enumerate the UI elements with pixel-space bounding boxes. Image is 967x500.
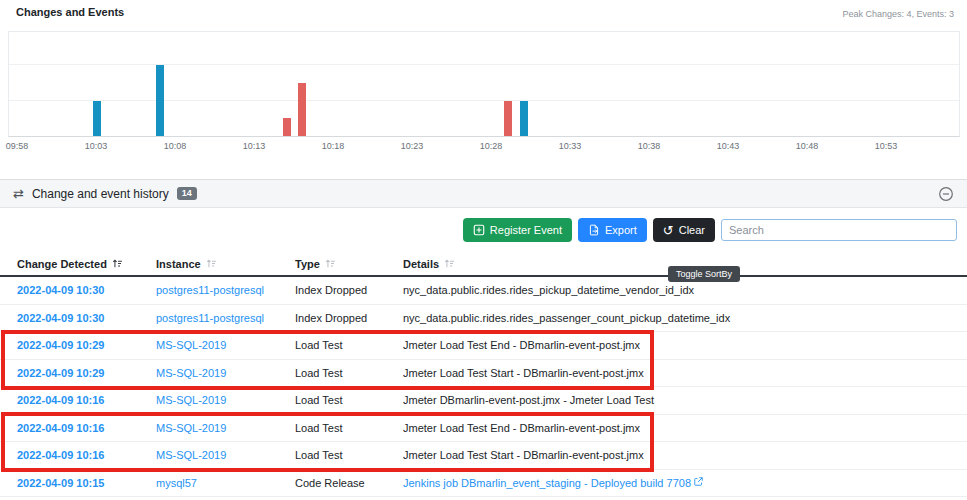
change-detected-link[interactable]: 2022-04-09 10:16: [17, 394, 156, 406]
plus-square-icon: [473, 224, 485, 236]
sort-icon: [325, 258, 336, 269]
export-label: Export: [605, 224, 637, 236]
export-button[interactable]: Export: [578, 218, 647, 242]
column-header-label: Type: [295, 258, 320, 270]
history-table-header: Change DetectedInstanceTypeDetails: [0, 252, 967, 277]
column-header-label: Instance: [156, 258, 201, 270]
type-cell: Load Test: [295, 449, 403, 461]
sort-icon: [112, 258, 123, 269]
x-axis-tick-label: 10:13: [243, 141, 266, 151]
details-cell: nyc_data.public.rides.rides_passenger_co…: [403, 312, 967, 324]
x-axis-tick-label: 10:43: [717, 141, 740, 151]
chart-title: Changes and Events: [16, 6, 124, 18]
chart-bar-changes[interactable]: [156, 65, 164, 136]
section-title: Change and event history: [32, 187, 169, 201]
x-axis-tick-label: 10:03: [85, 141, 108, 151]
instance-link[interactable]: MS-SQL-2019: [156, 394, 295, 406]
change-detected-link[interactable]: 2022-04-09 10:16: [17, 449, 156, 461]
chart-gridline: [9, 100, 959, 101]
minus-circle-icon: [938, 186, 954, 202]
table-row: 2022-04-09 10:29MS-SQL-2019Load TestJmet…: [0, 360, 967, 388]
table-row: 2022-04-09 10:16MS-SQL-2019Load TestJmet…: [0, 442, 967, 470]
table-row: 2022-04-09 10:30postgres11-postgresqlInd…: [0, 277, 967, 305]
details-cell: Jmeter Load Test End - DBmarlin-event-po…: [403, 339, 967, 351]
sort-icon: [444, 258, 455, 269]
register-event-label: Register Event: [490, 224, 562, 236]
clear-button[interactable]: ↺ Clear: [653, 218, 715, 242]
history-count-badge: 14: [177, 187, 197, 200]
details-cell: Jmeter Load Test End - DBmarlin-event-po…: [403, 422, 967, 434]
chart-bar-changes[interactable]: [520, 101, 528, 136]
instance-link[interactable]: MS-SQL-2019: [156, 449, 295, 461]
x-axis-tick-label: 10:18: [322, 141, 345, 151]
column-header-change-detected[interactable]: Change Detected: [17, 258, 156, 270]
type-cell: Load Test: [295, 339, 403, 351]
column-header-label: Change Detected: [17, 258, 107, 270]
export-file-icon: [588, 224, 600, 236]
chart-bar-events[interactable]: [504, 101, 512, 136]
details-cell: Jmeter DBmarlin-event-post.jmx - Jmeter …: [403, 394, 967, 406]
details-cell: Jmeter Load Test Start - DBmarlin-event-…: [403, 449, 967, 461]
change-event-history-header[interactable]: ⇄ Change and event history 14: [0, 179, 967, 208]
details-link[interactable]: Jenkins job DBmarlin_event_staging - Dep…: [403, 477, 967, 489]
exchange-arrows-icon: ⇄: [13, 187, 24, 200]
table-row: 2022-04-09 10:16MS-SQL-2019Load TestJmet…: [0, 387, 967, 415]
x-axis-tick-label: 10:48: [796, 141, 819, 151]
x-axis-tick-label: 10:23: [401, 141, 424, 151]
table-row: 2022-04-09 10:16MS-SQL-2019Load TestJmet…: [0, 415, 967, 443]
table-row: 2022-04-09 10:29MS-SQL-2019Load TestJmet…: [0, 332, 967, 360]
instance-link[interactable]: MS-SQL-2019: [156, 367, 295, 379]
x-axis-tick-label: 10:28: [480, 141, 503, 151]
instance-link[interactable]: postgres11-postgresql: [156, 312, 295, 324]
history-table-body: 2022-04-09 10:30postgres11-postgresqlInd…: [0, 277, 967, 497]
change-detected-link[interactable]: 2022-04-09 10:30: [17, 284, 156, 296]
chart-x-axis: 09:5810:0310:0810:1310:1810:2310:2810:33…: [8, 141, 960, 153]
chart-gridline: [9, 64, 959, 65]
instance-link[interactable]: MS-SQL-2019: [156, 339, 295, 351]
collapse-section-button[interactable]: [938, 186, 954, 202]
changes-events-chart: [8, 31, 960, 137]
register-event-button[interactable]: Register Event: [463, 218, 572, 242]
change-detected-link[interactable]: 2022-04-09 10:29: [17, 339, 156, 351]
column-header-instance[interactable]: Instance: [156, 258, 295, 270]
history-toolbar: Register Event Export ↺ Clear: [0, 208, 967, 252]
change-detected-link[interactable]: 2022-04-09 10:30: [17, 312, 156, 324]
change-detected-link[interactable]: 2022-04-09 10:16: [17, 422, 156, 434]
chart-bar-events[interactable]: [283, 118, 291, 136]
change-detected-link[interactable]: 2022-04-09 10:15: [17, 477, 156, 489]
undo-arrow-icon: ↺: [663, 224, 674, 237]
column-header-type[interactable]: Type: [295, 258, 403, 270]
type-cell: Load Test: [295, 422, 403, 434]
search-input[interactable]: [721, 219, 957, 241]
toggle-sortby-tooltip: Toggle SortBy: [668, 266, 740, 282]
x-axis-tick-label: 10:08: [164, 141, 187, 151]
peak-summary: Peak Changes: 4, Events: 3: [842, 9, 954, 19]
table-row: 2022-04-09 10:30postgres11-postgresqlInd…: [0, 305, 967, 333]
type-cell: Code Release: [295, 477, 403, 489]
instance-link[interactable]: MS-SQL-2019: [156, 422, 295, 434]
x-axis-tick-label: 10:33: [559, 141, 582, 151]
details-cell: nyc_data.public.rides.rides_pickup_datet…: [403, 284, 967, 296]
chart-bar-changes[interactable]: [93, 101, 101, 136]
clear-label: Clear: [679, 224, 705, 236]
type-cell: Load Test: [295, 367, 403, 379]
x-axis-tick-label: 09:58: [6, 141, 29, 151]
change-detected-link[interactable]: 2022-04-09 10:29: [17, 367, 156, 379]
instance-link[interactable]: mysql57: [156, 477, 295, 489]
type-cell: Index Dropped: [295, 312, 403, 324]
table-row: 2022-04-09 10:15mysql57Code ReleaseJenki…: [0, 470, 967, 498]
instance-link[interactable]: postgres11-postgresql: [156, 284, 295, 296]
sort-icon: [206, 258, 217, 269]
details-cell: Jmeter Load Test Start - DBmarlin-event-…: [403, 367, 967, 379]
x-axis-tick-label: 10:38: [638, 141, 661, 151]
external-link-icon: [694, 477, 703, 486]
changes-and-events-page: Changes and Events Peak Changes: 4, Even…: [0, 0, 967, 500]
x-axis-tick-label: 10:53: [875, 141, 898, 151]
chart-bar-events[interactable]: [298, 83, 306, 136]
column-header-label: Details: [403, 258, 439, 270]
type-cell: Load Test: [295, 394, 403, 406]
type-cell: Index Dropped: [295, 284, 403, 296]
